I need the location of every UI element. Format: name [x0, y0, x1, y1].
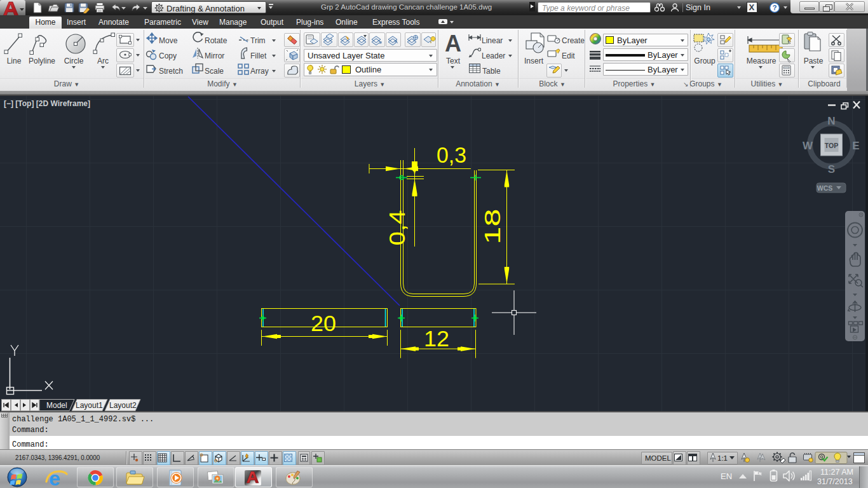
svg-text:12: 12: [424, 326, 449, 351]
svg-text:1:1: 1:1: [717, 454, 728, 462]
svg-text:A: A: [445, 32, 461, 55]
svg-text:S: S: [828, 163, 835, 175]
svg-text:0,4: 0,4: [384, 210, 409, 246]
svg-text:20: 20: [311, 311, 336, 336]
svg-text:?: ?: [773, 4, 777, 11]
svg-text:18: 18: [480, 209, 505, 245]
svg-text:0,3: 0,3: [437, 142, 466, 167]
svg-text:TOP: TOP: [825, 142, 838, 149]
svg-text:WCS: WCS: [817, 184, 833, 192]
svg-text:W: W: [803, 140, 813, 152]
svg-text:N: N: [827, 115, 835, 127]
svg-text:E: E: [852, 140, 859, 152]
svg-text:Layout1: Layout1: [76, 401, 103, 410]
svg-text:Layout2: Layout2: [109, 401, 137, 410]
svg-text:Model: Model: [46, 401, 67, 410]
